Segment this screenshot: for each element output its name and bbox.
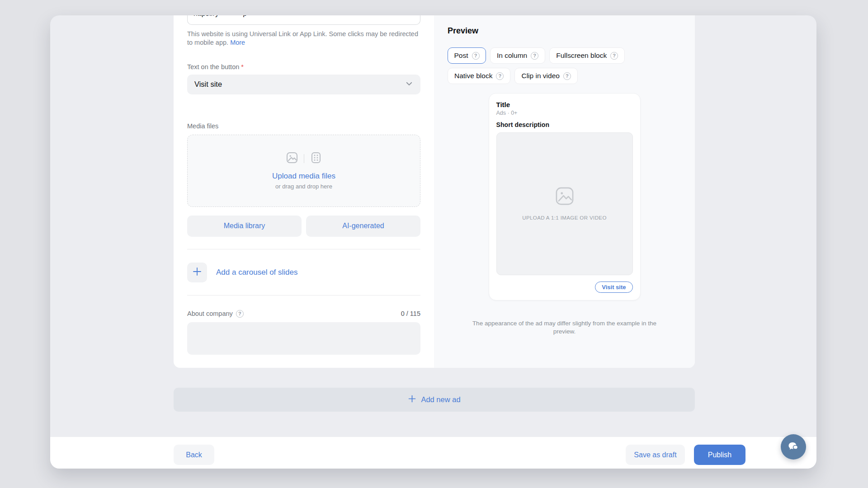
plus-icon bbox=[192, 267, 202, 278]
video-icon bbox=[310, 151, 322, 166]
character-counter: 0 / 115 bbox=[401, 310, 420, 317]
tab-post[interactable]: Post ? bbox=[448, 47, 486, 64]
add-carousel-button[interactable] bbox=[187, 263, 207, 282]
upload-aspect-hint: Upload a 1:1 image or video bbox=[517, 214, 612, 221]
website-link-input[interactable]: https://y p bbox=[187, 15, 420, 25]
media-library-button[interactable]: Media library bbox=[187, 216, 302, 237]
question-icon[interactable]: ? bbox=[236, 310, 244, 318]
tab-fullscreen-block[interactable]: Fullscreen block ? bbox=[549, 47, 625, 64]
media-upload-dropzone[interactable]: Upload media files or drag and drop here bbox=[187, 135, 420, 207]
question-icon[interactable]: ? bbox=[531, 52, 538, 60]
required-asterisk: * bbox=[241, 63, 244, 70]
tab-in-column[interactable]: In column ? bbox=[490, 47, 545, 64]
button-text-label: Text on the button * bbox=[187, 63, 420, 70]
question-icon[interactable]: ? bbox=[610, 52, 618, 60]
section-divider bbox=[187, 249, 420, 249]
chat-bubbles-icon bbox=[787, 440, 800, 454]
media-files-label: Media files bbox=[187, 122, 420, 130]
more-link[interactable]: More bbox=[230, 39, 245, 46]
ad-cta-row: Visit site bbox=[496, 282, 633, 293]
button-text-select[interactable]: Visit site bbox=[187, 75, 420, 94]
dropzone-divider bbox=[304, 154, 304, 163]
plus-icon bbox=[408, 394, 416, 405]
image-icon bbox=[554, 186, 575, 208]
upload-media-files-link[interactable]: Upload media files bbox=[272, 172, 335, 181]
ad-preview-meta: Ads · 0+ bbox=[496, 110, 633, 116]
dropzone-icons bbox=[286, 151, 322, 166]
support-chat-button[interactable] bbox=[781, 434, 806, 460]
preview-panel: Preview Post ? In column ? Fullscreen bl… bbox=[434, 15, 695, 368]
about-company-label: About company bbox=[187, 310, 233, 317]
ad-editor-modal: https://y p This website is using Univer… bbox=[50, 15, 816, 469]
add-new-ad-button[interactable]: Add new ad bbox=[174, 388, 695, 412]
chevron-down-icon bbox=[405, 80, 413, 89]
page: { "accent_color": "#4a7dd6", "form": { "… bbox=[0, 0, 868, 488]
preview-heading: Preview bbox=[448, 26, 681, 36]
ad-preview-card: Title Ads · 0+ Short description Upload … bbox=[489, 93, 641, 300]
universal-link-note: This website is using Universal Link or … bbox=[187, 30, 419, 47]
website-link-value: https://y p bbox=[193, 15, 247, 18]
back-button[interactable]: Back bbox=[174, 445, 214, 465]
add-carousel-label[interactable]: Add a carousel of slides bbox=[216, 268, 298, 277]
ad-form-card: https://y p This website is using Univer… bbox=[174, 15, 695, 368]
drag-and-drop-hint: or drag and drop here bbox=[275, 183, 332, 190]
button-text-selected-value: Visit site bbox=[194, 80, 222, 89]
about-company-textarea[interactable] bbox=[187, 322, 420, 355]
section-divider bbox=[187, 295, 420, 296]
add-carousel-row[interactable]: Add a carousel of slides bbox=[187, 263, 420, 282]
preview-format-tabs: Post ? In column ? Fullscreen block ? Na… bbox=[448, 47, 646, 84]
ai-generated-button[interactable]: AI-generated bbox=[306, 216, 420, 237]
ad-preview-title: Title bbox=[496, 101, 633, 108]
about-company-header: About company ? 0 / 115 bbox=[187, 310, 420, 318]
publish-button[interactable]: Publish bbox=[694, 445, 745, 465]
tab-native-block[interactable]: Native block ? bbox=[448, 68, 510, 84]
image-icon bbox=[286, 151, 298, 166]
tab-clip-in-video[interactable]: Clip in video ? bbox=[514, 68, 577, 84]
question-icon[interactable]: ? bbox=[496, 72, 504, 80]
save-as-draft-button[interactable]: Save as draft bbox=[626, 445, 685, 465]
question-icon[interactable]: ? bbox=[472, 52, 480, 60]
preview-disclaimer: The appearance of the ad may differ slig… bbox=[467, 319, 662, 335]
question-icon[interactable]: ? bbox=[563, 72, 571, 80]
ad-form-column: https://y p This website is using Univer… bbox=[174, 15, 434, 368]
ad-visit-site-button[interactable]: Visit site bbox=[595, 282, 632, 293]
media-source-buttons: Media library AI-generated bbox=[187, 216, 420, 237]
ad-image-placeholder: Upload a 1:1 image or video bbox=[496, 132, 633, 275]
ad-preview-description: Short description bbox=[496, 121, 633, 128]
footer-bar: Back Save as draft Publish bbox=[50, 437, 816, 469]
